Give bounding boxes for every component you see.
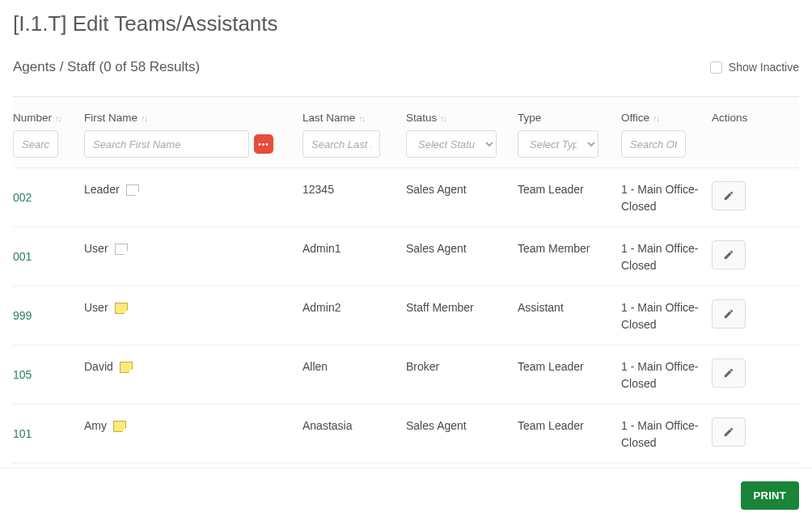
sort-icon: ↑↓ <box>141 113 146 123</box>
col-header-last-name[interactable]: Last Name ↑↓ <box>302 112 400 124</box>
table-row: 002Leader12345Sales AgentTeam Leader1 - … <box>13 168 799 227</box>
sort-icon: ↑↓ <box>440 113 446 123</box>
table-row: 001UserAdmin1Sales AgentTeam Member1 - M… <box>13 227 799 286</box>
table-body: 002Leader12345Sales AgentTeam Leader1 - … <box>13 168 799 468</box>
filter-status-select[interactable]: Select Status... <box>406 130 497 158</box>
footer: PRINT <box>0 468 812 517</box>
note-icon[interactable] <box>120 362 133 373</box>
cell-last-name: Anastasia <box>302 417 406 434</box>
cell-office: 1 - Main Office-Closed <box>621 299 712 333</box>
cell-number[interactable]: 101 <box>13 417 84 443</box>
cell-office: 1 - Main Office-Closed <box>621 181 712 215</box>
edit-button[interactable] <box>712 240 746 269</box>
more-filters-button[interactable]: ••• <box>254 134 273 154</box>
cell-first-name: User <box>84 299 302 316</box>
cell-office: 1 - Main Office-Closed <box>621 240 712 274</box>
col-header-type: Type <box>518 112 615 124</box>
results-summary: Agents / Staff (0 of 58 Results) <box>13 59 200 75</box>
filter-type-select[interactable]: Select Type... <box>518 130 598 158</box>
edit-button[interactable] <box>712 299 746 328</box>
cell-office: 1 - Main Office-Closed <box>621 417 712 451</box>
page-title: [I.1.T] Edit Teams/Assistants <box>13 11 799 36</box>
pencil-icon <box>723 308 734 320</box>
cell-last-name: Admin2 <box>302 299 406 316</box>
agents-table: Number ↑↓ First Name ↑↓ ••• Last Name <box>13 96 799 468</box>
cell-actions <box>712 240 799 269</box>
col-header-actions: Actions <box>712 112 796 124</box>
edit-button[interactable] <box>712 358 746 388</box>
filter-first-name-input[interactable] <box>84 130 249 158</box>
filter-number-input[interactable] <box>13 130 58 158</box>
note-icon[interactable] <box>115 244 128 255</box>
cell-last-name: Allen <box>302 358 406 375</box>
cell-number[interactable]: 002 <box>13 181 84 206</box>
cell-office: 1 - Main Office-Closed <box>621 358 712 392</box>
cell-status: Broker <box>406 358 518 375</box>
col-header-status[interactable]: Status ↑↓ <box>406 112 511 124</box>
cell-status: Sales Agent <box>406 181 518 198</box>
table-header: Number ↑↓ First Name ↑↓ ••• Last Name <box>13 97 799 168</box>
sort-icon: ↑↓ <box>55 113 61 123</box>
print-button[interactable]: PRINT <box>741 481 800 510</box>
cell-type: Assistant <box>518 299 621 316</box>
cell-type: Team Leader <box>518 358 621 375</box>
note-icon[interactable] <box>126 184 139 196</box>
sort-icon: ↑↓ <box>358 113 364 123</box>
cell-last-name: 12345 <box>302 181 406 198</box>
pencil-icon <box>723 249 734 261</box>
cell-status: Sales Agent <box>406 240 518 257</box>
table-row: 101AmyAnastasiaSales AgentTeam Leader1 -… <box>13 405 799 464</box>
note-icon[interactable] <box>115 303 128 314</box>
cell-type: Team Leader <box>518 181 621 198</box>
cell-status: Staff Member <box>406 299 518 316</box>
cell-first-name: Leader <box>84 181 302 198</box>
sort-icon: ↑↓ <box>653 113 658 123</box>
pencil-icon <box>723 190 734 201</box>
col-header-number[interactable]: Number ↑↓ <box>13 112 78 124</box>
col-header-first-name[interactable]: First Name ↑↓ <box>84 112 296 124</box>
cell-actions <box>712 358 799 388</box>
filter-office-input[interactable] <box>621 130 686 158</box>
cell-number[interactable]: 105 <box>13 358 84 384</box>
col-header-office[interactable]: Office ↑↓ <box>621 112 705 124</box>
filter-last-name-input[interactable] <box>302 130 380 158</box>
pencil-icon <box>723 426 734 438</box>
table-row: 105DavidAllenBrokerTeam Leader1 - Main O… <box>13 345 799 405</box>
checkbox-icon <box>710 61 722 74</box>
pencil-icon <box>723 367 734 379</box>
show-inactive-toggle[interactable]: Show Inactive <box>710 61 799 74</box>
show-inactive-label: Show Inactive <box>729 61 799 74</box>
edit-button[interactable] <box>712 181 746 210</box>
cell-actions <box>712 299 799 328</box>
note-icon[interactable] <box>113 421 126 432</box>
cell-status: Sales Agent <box>406 417 518 434</box>
cell-type: Team Member <box>518 240 621 257</box>
cell-last-name: Admin1 <box>302 240 406 257</box>
table-row: 999UserAdmin2Staff MemberAssistant1 - Ma… <box>13 286 799 345</box>
cell-number[interactable]: 999 <box>13 299 84 324</box>
cell-actions <box>712 181 799 210</box>
cell-number[interactable]: 001 <box>13 240 84 265</box>
cell-first-name: Amy <box>84 417 302 434</box>
edit-button[interactable] <box>712 417 746 447</box>
cell-actions <box>712 417 799 447</box>
cell-type: Team Leader <box>518 417 621 434</box>
cell-first-name: User <box>84 240 302 257</box>
cell-first-name: David <box>84 358 302 375</box>
